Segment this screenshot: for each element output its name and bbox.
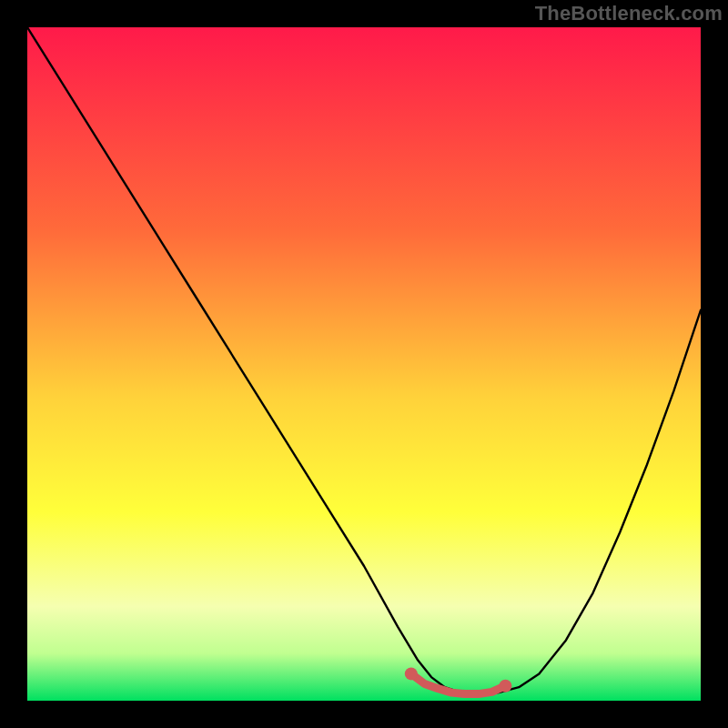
plot-area bbox=[27, 27, 701, 701]
marker-dot bbox=[405, 667, 418, 680]
watermark-text: TheBottleneck.com bbox=[535, 2, 723, 25]
chart-frame: TheBottleneck.com bbox=[0, 0, 728, 728]
gradient-background bbox=[27, 27, 701, 701]
marker-dot bbox=[499, 680, 511, 693]
chart-svg bbox=[27, 27, 701, 701]
